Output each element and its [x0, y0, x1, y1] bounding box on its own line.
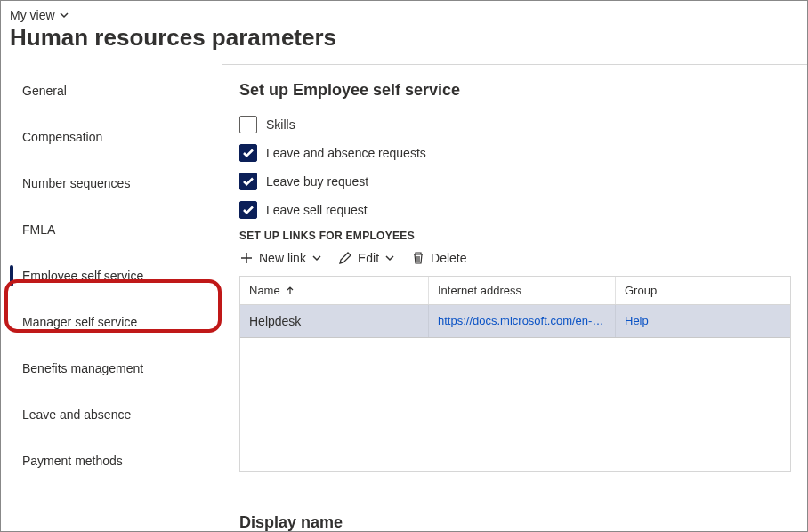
sidebar-item-label: Employee self service [22, 269, 143, 283]
sidebar-item-compensation[interactable]: Compensation [1, 114, 222, 160]
sidebar-item-label: Payment methods [22, 454, 123, 468]
checkbox-label: Leave and absence requests [266, 146, 426, 160]
sidebar-item-label: General [22, 84, 67, 98]
column-group-label: Group [625, 284, 657, 297]
delete-label: Delete [431, 251, 466, 265]
column-name-label: Name [249, 284, 280, 297]
checkbox-row-leave-absence: Leave and absence requests [239, 144, 789, 162]
sidebar-item-manager-self-service[interactable]: Manager self service [1, 299, 222, 345]
chevron-down-icon [311, 253, 322, 263]
links-caption: SET UP LINKS FOR EMPLOYEES [239, 230, 789, 242]
links-toolbar: New link Edit Delete [239, 251, 789, 265]
delete-button[interactable]: Delete [411, 251, 466, 265]
table-header: Name Internet address Group [240, 277, 790, 305]
sidebar-item-label: Manager self service [22, 315, 137, 329]
sidebar-item-number-sequences[interactable]: Number sequences [1, 160, 222, 206]
checkbox-skills[interactable] [239, 116, 257, 133]
sort-asc-icon [286, 286, 295, 295]
checkbox-leave-sell-request[interactable] [239, 201, 257, 219]
main-content: Set up Employee self service Skills Leav… [222, 64, 807, 532]
plus-icon [239, 251, 254, 265]
sidebar-item-label: FMLA [22, 222, 55, 237]
trash-icon [411, 251, 425, 265]
view-dropdown[interactable]: My view [10, 8, 69, 22]
cell-group[interactable]: Help [616, 305, 790, 337]
column-header-group[interactable]: Group [616, 277, 790, 304]
sidebar-item-fmla[interactable]: FMLA [1, 206, 222, 253]
cell-name: Helpdesk [240, 305, 429, 337]
sidebar-item-label: Leave and absence [22, 407, 131, 422]
checkbox-label: Leave sell request [266, 203, 368, 217]
edit-label: Edit [358, 251, 379, 265]
checkbox-row-skills: Skills [239, 116, 789, 133]
checkbox-label: Skills [266, 117, 295, 132]
sidebar: General Compensation Number sequences FM… [1, 57, 222, 532]
column-header-url[interactable]: Internet address [429, 277, 616, 304]
edit-button[interactable]: Edit [338, 251, 395, 265]
chevron-down-icon [384, 253, 395, 263]
chevron-down-icon [59, 10, 69, 20]
sidebar-item-label: Number sequences [22, 176, 130, 190]
sidebar-item-label: Benefits management [22, 361, 143, 375]
page-title: Human resources parameters [10, 24, 798, 52]
checkbox-row-leave-buy: Leave buy request [239, 173, 789, 190]
links-table: Name Internet address Group Helpdesk htt… [239, 276, 791, 472]
section-title: Set up Employee self service [239, 81, 789, 100]
display-name-title: Display name [239, 513, 789, 532]
pencil-icon [338, 251, 352, 265]
sidebar-item-general[interactable]: General [1, 68, 222, 114]
sidebar-item-label: Compensation [22, 130, 102, 144]
sidebar-item-leave-and-absence[interactable]: Leave and absence [1, 391, 222, 438]
checkbox-row-leave-sell: Leave sell request [239, 201, 789, 219]
cell-url[interactable]: https://docs.microsoft.com/en-u... [429, 305, 616, 337]
divider [239, 488, 789, 488]
new-link-button[interactable]: New link [239, 251, 322, 265]
column-header-name[interactable]: Name [240, 277, 429, 304]
checkbox-label: Leave buy request [266, 174, 368, 189]
sidebar-item-benefits-management[interactable]: Benefits management [1, 345, 222, 391]
checkbox-leave-buy-request[interactable] [239, 173, 257, 190]
sidebar-item-payment-methods[interactable]: Payment methods [1, 438, 222, 484]
sidebar-item-employee-self-service[interactable]: Employee self service [1, 253, 222, 299]
new-link-label: New link [259, 251, 306, 265]
checkbox-leave-absence-requests[interactable] [239, 144, 257, 162]
column-url-label: Internet address [438, 284, 521, 297]
table-row[interactable]: Helpdesk https://docs.microsoft.com/en-u… [240, 305, 790, 338]
view-dropdown-label: My view [10, 8, 55, 22]
